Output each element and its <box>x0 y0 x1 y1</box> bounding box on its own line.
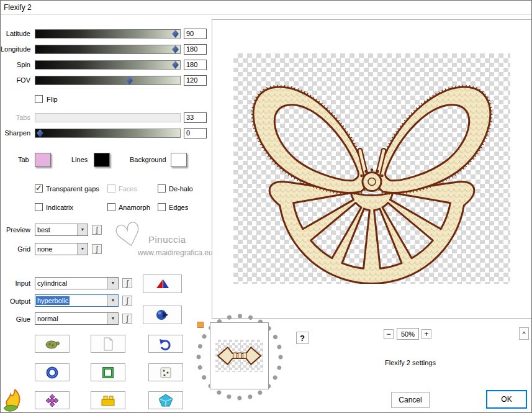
yellow-brick-icon <box>100 394 116 407</box>
ok-button[interactable]: OK <box>487 391 526 408</box>
output-dropdown[interactable]: hyperbolic ▼ <box>35 294 119 307</box>
latitude-label: Latitude <box>1 30 30 38</box>
tabs-slider <box>35 113 181 122</box>
input-label: Input <box>1 279 30 288</box>
square-frame-button[interactable] <box>91 363 125 381</box>
sharpen-label: Sharpen <box>1 129 30 137</box>
input-dropdown[interactable]: cylindrical ▼ <box>35 277 119 289</box>
undo-button[interactable] <box>148 335 183 353</box>
output-label: Output <box>1 297 30 306</box>
purple-flower-icon <box>44 394 60 407</box>
ring-button[interactable] <box>35 363 70 381</box>
input-action-button[interactable] <box>143 275 182 293</box>
gem-button[interactable] <box>148 391 183 409</box>
grid-dropdown[interactable]: none ▼ <box>35 243 88 255</box>
faces-checkbox <box>107 184 115 193</box>
flexify-dialog: Flexify 2 Latitude 90 Longitude 180 Spin… <box>0 0 532 413</box>
transparent-gaps-label: Transparent gaps <box>46 185 99 193</box>
longitude-slider-thumb[interactable] <box>172 45 179 53</box>
projection-thumbnail[interactable] <box>210 322 269 389</box>
chevron-down-icon[interactable]: ▼ <box>107 313 118 324</box>
tabs-label: Tabs <box>1 114 30 122</box>
preview-reset-button[interactable]: ʃ <box>92 225 102 235</box>
undo-arrow-icon <box>158 337 173 351</box>
help-icon: ? <box>300 334 305 343</box>
anamorph-checkbox[interactable] <box>107 203 115 211</box>
grid-reset-button[interactable]: ʃ <box>92 244 102 254</box>
lines-swatch-label: Lines <box>71 156 88 164</box>
help-button[interactable]: ? <box>296 332 309 344</box>
blank-page-button[interactable] <box>91 335 125 353</box>
glue-dropdown[interactable]: normal ▼ <box>35 312 119 325</box>
dice-button[interactable] <box>148 363 183 381</box>
fov-slider[interactable] <box>35 76 181 85</box>
thumbnail-canvas <box>215 340 263 372</box>
output-action-button[interactable] <box>143 306 182 324</box>
thumbnail-marker[interactable] <box>197 322 204 328</box>
red-blue-pinwheel-icon <box>155 278 171 290</box>
tabs-value[interactable]: 33 <box>184 112 207 123</box>
grid-label: Grid <box>1 245 30 253</box>
output-reset-button[interactable]: ʃ <box>122 296 132 306</box>
zoom-in-button[interactable]: + <box>422 329 431 339</box>
preview-canvas <box>233 53 510 284</box>
longitude-value[interactable]: 180 <box>184 44 207 55</box>
cancel-button[interactable]: Cancel <box>391 392 430 408</box>
anamorph-label: Anamorph <box>119 204 150 212</box>
chevron-down-icon[interactable]: ▼ <box>77 243 88 255</box>
longitude-slider[interactable] <box>35 45 181 54</box>
titlebar-divider <box>1 14 532 15</box>
chevron-down-icon[interactable]: ▼ <box>77 224 88 235</box>
dehalo-checkbox[interactable] <box>158 184 166 193</box>
check-icon: ✓ <box>35 183 42 193</box>
collapse-button[interactable]: ^ <box>519 327 529 340</box>
fov-label: FOV <box>1 76 30 84</box>
latitude-slider-thumb[interactable] <box>172 30 179 38</box>
chevron-down-icon[interactable]: ▼ <box>107 278 118 289</box>
transparent-gaps-checkbox[interactable]: ✓ <box>35 184 43 193</box>
input-reset-button[interactable]: ʃ <box>122 278 132 288</box>
preview-dropdown[interactable]: best ▼ <box>35 224 88 236</box>
blank-page-icon <box>101 337 115 351</box>
fov-value[interactable]: 120 <box>184 75 207 86</box>
flame-icon <box>2 389 29 413</box>
indicatrix-checkbox[interactable] <box>35 203 43 211</box>
dehalo-label: De-halo <box>169 185 193 193</box>
glue-dropdown-value: normal <box>37 315 58 322</box>
spin-slider-thumb[interactable] <box>172 61 179 69</box>
chevron-down-icon[interactable]: ▼ <box>107 295 118 306</box>
background-color-swatch[interactable] <box>171 153 187 167</box>
preview-dropdown-value: best <box>37 226 50 234</box>
spin-value[interactable]: 180 <box>184 60 207 70</box>
glue-label: Glue <box>1 315 30 324</box>
background-swatch-label: Background <box>130 156 166 164</box>
turtle-button[interactable] <box>35 335 70 353</box>
fov-slider-thumb[interactable] <box>126 76 133 84</box>
settings-caption: Flexify 2 settings <box>373 359 448 366</box>
grid-dropdown-value: none <box>37 245 52 253</box>
latitude-slider[interactable] <box>35 29 181 39</box>
brick-button[interactable] <box>91 391 125 409</box>
dice-icon <box>158 366 173 379</box>
input-dropdown-value: cylindrical <box>37 279 67 287</box>
output-dropdown-value: hyperbolic <box>36 296 70 305</box>
preview-label: Preview <box>1 226 30 234</box>
spin-slider[interactable] <box>35 60 181 70</box>
edges-label: Edges <box>169 204 188 212</box>
sharpen-slider[interactable] <box>35 129 181 138</box>
longitude-label: Longitude <box>1 45 30 53</box>
latitude-value[interactable]: 90 <box>184 29 207 39</box>
turtle-icon <box>43 338 61 350</box>
zoom-out-button[interactable]: − <box>384 329 394 339</box>
zoom-level[interactable]: 50% <box>397 328 419 340</box>
lines-color-swatch[interactable] <box>94 153 110 167</box>
edges-checkbox[interactable] <box>158 203 166 211</box>
flip-checkbox[interactable] <box>35 95 43 103</box>
flaming-pear-logo <box>2 389 29 413</box>
sharpen-value[interactable]: 0 <box>184 128 207 138</box>
sharpen-slider-thumb[interactable] <box>37 129 43 137</box>
flower-button[interactable] <box>35 391 70 409</box>
watermark-url: www.maidiregrafica.eu <box>138 248 213 257</box>
tab-color-swatch[interactable] <box>35 153 51 167</box>
glue-reset-button[interactable]: ʃ <box>122 314 132 324</box>
